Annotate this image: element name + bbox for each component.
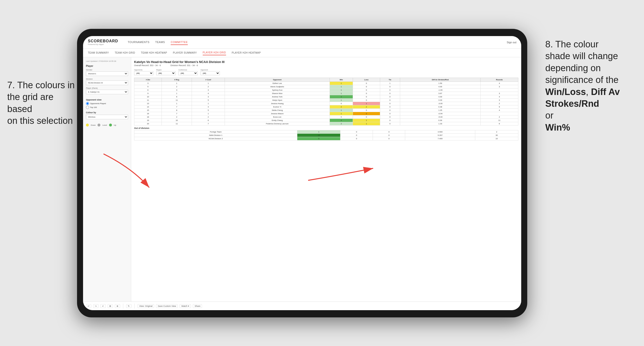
- sub-nav-player-h2h-heatmap[interactable]: PLAYER H2H HEATMAP: [232, 50, 261, 55]
- table-row: 5 2 2 Alexis Sudjianto 1 0 0 4.00 3: [134, 85, 518, 88]
- paste-button[interactable]: ⊕: [115, 304, 120, 308]
- out-of-division-row: Foreign Team 1 0 0 4.500 2: [134, 130, 518, 134]
- cell-ood-tie: 0: [373, 134, 405, 137]
- cell-rounds: [480, 112, 518, 115]
- conference-select[interactable]: (All): [178, 71, 198, 75]
- region-filter: Region (All): [156, 69, 176, 75]
- player-rank-select[interactable]: 8. Katelyn Vo: [86, 90, 128, 94]
- undo-button[interactable]: ↩: [86, 304, 91, 308]
- out-of-division-row: NCAA Division 2 5 0 0 7.400 10: [134, 137, 518, 140]
- cell-ood-win: 15: [297, 134, 340, 137]
- sub-nav-team-h2h-grid[interactable]: TEAM H2H GRID: [115, 50, 135, 55]
- cell-rounds: 3: [480, 85, 518, 88]
- cell-diff: -1.00: [400, 88, 480, 92]
- copy-button[interactable]: ⊞: [108, 304, 113, 308]
- cell-win: 0: [330, 102, 353, 105]
- division-select[interactable]: NCAA Division III: [86, 81, 128, 85]
- colour-by-select[interactable]: Win/loss: [86, 115, 128, 119]
- cell-reg: 11: [162, 99, 192, 102]
- radio-opponents-played[interactable]: Opponents Played: [86, 102, 128, 105]
- col-diff: Diff Av Strokes/Rnd: [400, 78, 480, 82]
- nav-items: TOURNAMENTS TEAMS COMMITTEE: [128, 40, 500, 45]
- opponent-label: Opponent: [200, 69, 220, 71]
- cell-diff: 3.33: [400, 99, 480, 102]
- redo2-button[interactable]: ↩: [100, 304, 106, 308]
- cell-conf: 1: [192, 112, 224, 115]
- col-div: # Div: [134, 78, 162, 82]
- cell-loss: 0: [353, 92, 380, 95]
- sub-nav-team-summary[interactable]: TEAM SUMMARY: [88, 50, 109, 55]
- cell-tie: 0: [380, 109, 400, 112]
- cell-ood-opponent: NCAA Division 2: [134, 137, 297, 140]
- cell-reg: 1: [162, 82, 192, 85]
- cell-rounds: 4: [480, 109, 518, 112]
- cell-diff: 0.38: [400, 105, 480, 109]
- cell-rounds: 3: [480, 92, 518, 95]
- cell-win: 4: [330, 119, 353, 122]
- cell-tie: 0: [380, 85, 400, 88]
- sub-nav-team-h2h-heatmap[interactable]: TEAM H2H HEATMAP: [141, 50, 167, 55]
- cell-loss: 0: [353, 88, 380, 92]
- colour-by-title: Colour by: [86, 111, 128, 114]
- col-loss: Loss: [353, 78, 380, 82]
- nav-right-sign-out[interactable]: Sign out: [507, 41, 516, 44]
- cell-diff: 3.67: [400, 92, 480, 95]
- cell-conf: 4: [192, 105, 224, 109]
- logo-text: SCOREBOARD: [88, 39, 118, 43]
- col-win: Win: [330, 78, 353, 82]
- cell-tie: 0: [380, 102, 400, 105]
- cell-tie: 1: [380, 82, 400, 85]
- cell-loss: 1: [353, 122, 380, 126]
- sub-nav-player-summary[interactable]: PLAYER SUMMARY: [173, 50, 197, 55]
- cell-ood-diff: 4.500: [405, 130, 475, 134]
- cell-conf: 5: [192, 99, 224, 102]
- cell-conf: 7: [192, 122, 224, 126]
- opponent-select[interactable]: (All): [200, 71, 220, 75]
- watch-label: Watch: [181, 305, 187, 307]
- cell-ood-opponent: Foreign Team: [134, 130, 297, 134]
- region-select[interactable]: (All): [156, 71, 176, 75]
- table-row: 20 11 7 Federica Domecq Lacroze 2 1 0 1.…: [134, 122, 518, 126]
- cell-reg: 11: [162, 122, 192, 126]
- cell-opponent: Heejo Hyun: [225, 99, 330, 102]
- sub-nav-player-h2h-grid[interactable]: PLAYER H2H GRID: [203, 50, 226, 55]
- main-content: Last Updated: 27/03/2024 16:55:38 Player…: [83, 57, 521, 302]
- cell-conf: 3: [192, 95, 224, 99]
- cell-opponent: Eunice Yi: [225, 105, 330, 109]
- nav-item-tournaments[interactable]: TOURNAMENTS: [128, 40, 150, 45]
- share-button[interactable]: Share: [193, 304, 202, 308]
- refresh-button[interactable]: ↻: [126, 304, 132, 308]
- opponents-select[interactable]: (All): [134, 71, 153, 75]
- gender-label: Gender: [86, 69, 128, 71]
- nav-item-committee[interactable]: COMMITTEE: [171, 40, 188, 45]
- cell-conf: 4: [192, 92, 224, 95]
- view-original-button[interactable]: View: Original: [138, 304, 154, 308]
- cell-ood-tie: 0: [373, 137, 405, 140]
- cell-rounds: 4: [480, 82, 518, 85]
- cell-loss: 0: [353, 95, 380, 99]
- opponents-label: Opponents:: [134, 69, 153, 71]
- table-row: 15 8 5 Stella Cheng 1 0 0 1.25 4: [134, 109, 518, 112]
- radio-top-100[interactable]: Top 100: [86, 106, 128, 109]
- watch-button[interactable]: Watch ▾: [180, 304, 191, 308]
- gender-select[interactable]: Women's: [86, 71, 128, 76]
- cell-div: 20: [134, 122, 162, 126]
- table-row: 6 3 3 Sydney Kuo 1 0 0 -1.00: [134, 88, 518, 92]
- cell-rounds: 6: [480, 122, 518, 126]
- cell-div: 5: [134, 85, 162, 88]
- nav-item-teams[interactable]: TEAMS: [155, 40, 165, 45]
- cell-loss: 2: [353, 112, 380, 115]
- col-conf: # Conf: [192, 78, 224, 82]
- top-nav: SCOREBOARD Powered by clippd TOURNAMENTS…: [83, 36, 521, 49]
- player-rank-label: Player (Rank): [86, 87, 128, 89]
- save-custom-button[interactable]: Save Custom View: [156, 304, 178, 308]
- table-row: 13 1 1 Jessica Huang 0 1 0 -3.00 2: [134, 102, 518, 105]
- redo-button[interactable]: ↪: [93, 304, 98, 308]
- cell-tie: 0: [380, 112, 400, 115]
- table-row: 16 7 1 Jessica Mason 1 2 0 -0.94: [134, 112, 518, 115]
- cell-ood-diff: 7.400: [405, 137, 475, 140]
- cell-reg: 2: [162, 115, 192, 119]
- cell-ood-win: 1: [297, 130, 340, 134]
- cell-opponent: Jessica Huang: [225, 102, 330, 105]
- legend-area: Down Level Up: [86, 124, 128, 127]
